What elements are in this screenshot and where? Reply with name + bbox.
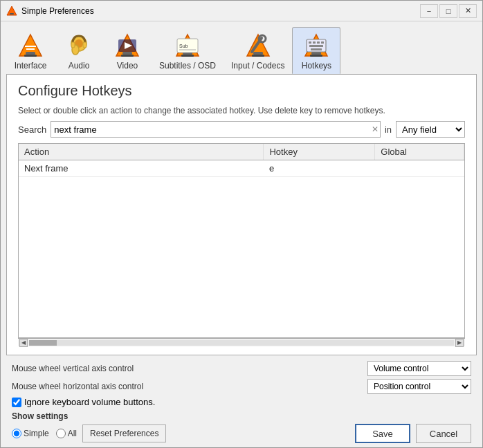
- tab-hotkeys-label: Hotkeys: [302, 61, 331, 71]
- subtitles-icon: Sub: [174, 32, 201, 59]
- maximize-button[interactable]: □: [439, 4, 457, 18]
- svg-rect-30: [310, 55, 322, 57]
- radio-simple[interactable]: Simple: [12, 429, 49, 438]
- hotkeys-table-container: Action Hotkey Global Next frame e: [18, 143, 465, 338]
- tab-input[interactable]: Input / Codecs: [224, 27, 292, 74]
- tab-input-label: Input / Codecs: [231, 61, 284, 71]
- search-input[interactable]: [51, 121, 381, 138]
- radio-simple-label: Simple: [24, 429, 49, 438]
- svg-rect-13: [122, 52, 132, 55]
- interface-icon: [17, 32, 44, 59]
- minimize-button[interactable]: −: [420, 4, 438, 18]
- ignore-keyboard-volume-label[interactable]: Ignore keyboard volume buttons.: [24, 397, 155, 407]
- save-button[interactable]: Save: [355, 424, 410, 443]
- title-bar-buttons: − □ ✕: [420, 4, 477, 18]
- svg-rect-35: [321, 41, 324, 44]
- svg-rect-25: [252, 55, 264, 57]
- ignore-keyboard-volume-checkbox[interactable]: [12, 398, 21, 407]
- col-hotkey: Hotkey: [264, 144, 375, 160]
- show-settings-label: Show settings: [12, 411, 471, 421]
- tab-video-label: Video: [117, 61, 138, 71]
- tab-audio-label: Audio: [69, 61, 90, 71]
- content-area: Configure Hotkeys Select or double click…: [6, 74, 477, 355]
- table-row[interactable]: Next frame e: [19, 160, 464, 177]
- svg-rect-34: [317, 41, 320, 44]
- col-action: Action: [19, 144, 264, 160]
- title-bar: Simple Preferences − □ ✕: [1, 1, 482, 21]
- page-title: Configure Hotkeys: [18, 83, 465, 99]
- svg-text:Sub: Sub: [179, 44, 188, 48]
- col-global: Global: [375, 144, 464, 160]
- input-icon: [244, 32, 272, 59]
- cancel-button[interactable]: Cancel: [416, 424, 471, 443]
- scroll-track[interactable]: [29, 340, 454, 346]
- scroll-thumb[interactable]: [29, 340, 57, 346]
- mouse-horizontal-select[interactable]: Position control Volume control None: [367, 379, 471, 394]
- window-title: Simple Preferences: [21, 6, 420, 16]
- tab-interface[interactable]: Interface: [6, 27, 55, 74]
- tab-hotkeys[interactable]: Hotkeys: [292, 27, 340, 74]
- scroll-right-arrow[interactable]: ▶: [455, 339, 464, 347]
- checkbox-row: Ignore keyboard volume buttons.: [12, 397, 471, 407]
- svg-rect-32: [309, 41, 311, 44]
- svg-rect-10: [71, 42, 75, 48]
- nav-tabs: Interface Audio: [1, 21, 482, 74]
- mouse-vertical-label: Mouse wheel vertical axis control: [12, 364, 367, 373]
- tab-audio[interactable]: Audio: [55, 27, 103, 74]
- main-window: Simple Preferences − □ ✕ Interface: [0, 0, 483, 448]
- cell-hotkey: e: [264, 160, 375, 177]
- in-label: in: [385, 124, 392, 135]
- footer-row: Simple All Reset Preferences Save Cancel: [12, 424, 471, 443]
- tab-video[interactable]: Video: [103, 27, 152, 74]
- mouse-horizontal-row: Mouse wheel horizontal axis control Posi…: [12, 379, 471, 394]
- mouse-horizontal-label: Mouse wheel horizontal axis control: [12, 382, 367, 391]
- page-description: Select or double click an action to chan…: [18, 106, 465, 115]
- mouse-vertical-row: Mouse wheel vertical axis control Volume…: [12, 361, 471, 376]
- radio-simple-input[interactable]: [12, 429, 21, 438]
- search-label: Search: [18, 124, 46, 135]
- hotkeys-table: Action Hotkey Global Next frame e: [19, 144, 464, 177]
- svg-rect-36: [309, 45, 323, 47]
- cell-action: Next frame: [19, 160, 264, 177]
- svg-rect-1: [10, 13, 14, 15]
- svg-rect-24: [253, 52, 263, 55]
- radio-group: Simple All: [12, 429, 77, 438]
- field-select[interactable]: Any field Action Hotkey: [396, 121, 465, 138]
- svg-rect-3: [26, 52, 35, 55]
- radio-all-input[interactable]: [56, 429, 66, 438]
- radio-all-label: All: [68, 429, 77, 438]
- horizontal-scrollbar[interactable]: ◀ ▶: [18, 338, 465, 346]
- search-row: Search ✕ in Any field Action Hotkey: [18, 121, 465, 138]
- app-icon: [6, 6, 17, 17]
- svg-rect-11: [83, 42, 86, 48]
- mouse-vertical-select[interactable]: Volume control Position control None: [367, 361, 471, 376]
- search-input-wrap: ✕: [51, 121, 381, 138]
- svg-rect-14: [121, 55, 134, 57]
- cell-global: [375, 160, 464, 177]
- search-clear-button[interactable]: ✕: [372, 124, 379, 134]
- svg-rect-33: [313, 41, 316, 44]
- hotkeys-icon: [302, 32, 330, 59]
- svg-rect-4: [24, 55, 37, 57]
- reset-preferences-button[interactable]: Reset Preferences: [82, 424, 166, 442]
- svg-rect-37: [311, 48, 322, 50]
- scroll-left-arrow[interactable]: ◀: [19, 339, 28, 347]
- audio-icon: [65, 32, 93, 59]
- tab-subtitles-label: Subtitles / OSD: [159, 61, 216, 71]
- bottom-controls: Mouse wheel vertical axis control Volume…: [1, 355, 482, 447]
- tab-subtitles[interactable]: Sub Subtitles / OSD: [152, 27, 224, 74]
- video-icon: [113, 32, 141, 59]
- radio-all[interactable]: All: [56, 429, 77, 438]
- svg-rect-19: [181, 55, 194, 57]
- close-button[interactable]: ✕: [459, 4, 477, 18]
- tab-interface-label: Interface: [15, 61, 47, 71]
